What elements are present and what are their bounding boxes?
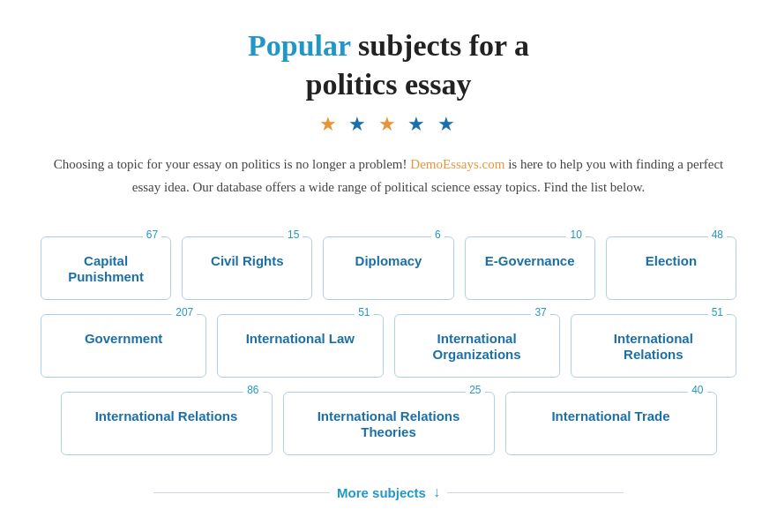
label-civil-rights: Civil Rights [211,253,284,268]
star-4: ★ [407,113,429,135]
card-international-trade[interactable]: 40 International Trade [505,392,717,455]
star-3: ★ [378,113,400,135]
count-e-governance: 10 [566,229,585,241]
count-international-relations-theories: 25 [466,384,484,396]
more-subjects-row: More subjects ↓ [35,484,742,500]
count-international-relations-2: 51 [708,306,727,318]
desc-text1: Choosing a topic for your essay on polit… [54,157,411,171]
subjects-grid: 67 Capital Punishment 15 Civil Rights 6 … [35,229,742,462]
subjects-row-2: 207 Government 51 International Law 37 I… [35,307,742,385]
count-capital-punishment: 67 [143,229,161,241]
card-international-organizations[interactable]: 37 International Organizations [394,314,560,378]
count-international-trade: 40 [688,384,706,396]
card-international-relations-theories[interactable]: 25 International Relations Theories [283,392,495,455]
card-diplomacy[interactable]: 6 Diplomacy [323,236,453,300]
count-government: 207 [172,306,197,318]
star-2: ★ [348,113,370,135]
card-civil-rights[interactable]: 15 Civil Rights [182,236,312,300]
count-election: 48 [708,229,727,241]
card-government[interactable]: 207 Government [41,314,206,378]
label-international-relations: International Relations [95,408,238,423]
card-e-governance[interactable]: 10 E-Governance [465,236,595,300]
line-right [447,492,624,493]
card-capital-punishment[interactable]: 67 Capital Punishment [41,236,171,300]
label-international-organizations: International Organizations [433,331,521,362]
count-diplomacy: 6 [431,229,445,241]
down-arrow-icon: ↓ [433,484,440,500]
label-e-governance: E-Governance [485,253,575,268]
count-international-relations: 86 [243,384,262,396]
label-election: Election [646,253,697,268]
line-left [153,492,330,493]
card-election[interactable]: 48 Election [606,236,736,300]
more-subjects-link[interactable]: More subjects [337,485,426,500]
title-highlight: Popular [248,29,351,62]
count-international-organizations: 37 [531,306,549,318]
desc-link: DemoEssays.com [410,157,504,171]
card-international-law[interactable]: 51 International Law [217,314,383,378]
subjects-row-3: 86 International Relations 25 Internatio… [35,385,742,462]
label-international-trade: International Trade [551,408,669,423]
card-international-relations[interactable]: 86 International Relations [61,392,273,455]
stars-row: ★ ★ ★ ★ ★ [35,113,742,136]
label-government: Government [85,331,162,346]
page-title: Popular subjects for apolitics essay [35,26,742,104]
description: Choosing a topic for your essay on polit… [54,154,724,199]
label-international-law: International Law [246,331,355,346]
subjects-row-1: 67 Capital Punishment 15 Civil Rights 6 … [35,229,742,307]
header: Popular subjects for apolitics essay ★ ★… [35,26,742,136]
label-international-relations-theories: International Relations Theories [318,408,460,439]
page-wrapper: Popular subjects for apolitics essay ★ ★… [0,0,777,532]
count-international-law: 51 [355,306,373,318]
label-international-relations-2: International Relations [614,331,693,362]
label-capital-punishment: Capital Punishment [68,253,144,284]
star-5: ★ [437,113,459,135]
count-civil-rights: 15 [284,229,303,241]
card-international-relations-2[interactable]: 51 International Relations [571,314,736,378]
label-diplomacy: Diplomacy [355,253,422,268]
star-1: ★ [319,113,340,135]
